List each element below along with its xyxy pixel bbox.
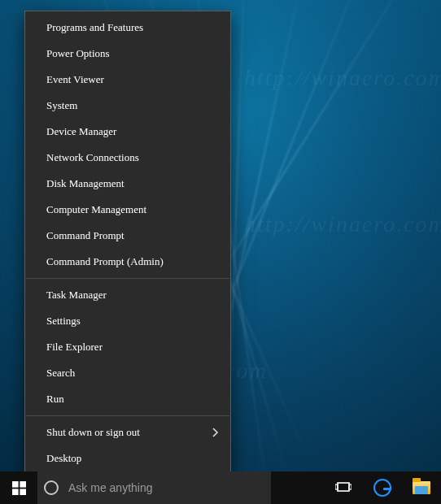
winx-item-label: Settings bbox=[46, 315, 81, 328]
cortana-icon bbox=[44, 480, 59, 495]
winx-item-label: Search bbox=[46, 367, 75, 380]
winx-item-computer-management[interactable]: Computer Management bbox=[25, 197, 230, 223]
winx-item-desktop[interactable]: Desktop bbox=[25, 445, 230, 471]
winx-item-run[interactable]: Run bbox=[25, 386, 230, 412]
svg-rect-2 bbox=[12, 489, 19, 495]
file-explorer-button[interactable] bbox=[402, 471, 441, 504]
winx-item-label: Task Manager bbox=[46, 289, 107, 302]
winx-item-system[interactable]: System bbox=[25, 93, 230, 119]
winx-item-label: Event Viewer bbox=[46, 73, 104, 86]
winx-item-settings[interactable]: Settings bbox=[25, 308, 230, 334]
taskbar bbox=[0, 471, 441, 504]
start-icon bbox=[12, 481, 26, 495]
winx-item-shut-down-or-sign-out[interactable]: Shut down or sign out bbox=[25, 419, 230, 445]
winx-item-label: Desktop bbox=[46, 452, 81, 465]
winx-item-command-prompt-admin[interactable]: Command Prompt (Admin) bbox=[25, 249, 230, 275]
winx-item-label: Programs and Features bbox=[46, 21, 143, 34]
edge-icon bbox=[373, 479, 391, 497]
winx-item-label: Device Manager bbox=[46, 125, 116, 138]
menu-separator bbox=[26, 278, 229, 279]
winx-item-label: Command Prompt (Admin) bbox=[46, 255, 164, 268]
search-input[interactable] bbox=[67, 480, 266, 495]
winx-item-label: Shut down or sign out bbox=[46, 426, 140, 439]
svg-rect-4 bbox=[338, 483, 349, 491]
task-view-icon bbox=[335, 482, 351, 493]
winx-item-file-explorer[interactable]: File Explorer bbox=[25, 334, 230, 360]
winx-item-label: Computer Management bbox=[46, 203, 146, 216]
winx-item-label: System bbox=[46, 99, 77, 112]
winx-item-label: Run bbox=[46, 393, 64, 406]
svg-rect-6 bbox=[349, 484, 351, 489]
watermark-text: http://winaero.com bbox=[244, 211, 441, 237]
winx-item-device-manager[interactable]: Device Manager bbox=[25, 119, 230, 145]
svg-rect-3 bbox=[20, 489, 26, 495]
winx-item-event-viewer[interactable]: Event Viewer bbox=[25, 67, 230, 93]
svg-rect-0 bbox=[12, 481, 19, 488]
winx-item-label: Command Prompt bbox=[46, 229, 124, 242]
winx-item-disk-management[interactable]: Disk Management bbox=[25, 171, 230, 197]
svg-rect-1 bbox=[20, 481, 26, 488]
task-view-button[interactable] bbox=[324, 471, 363, 504]
winx-item-command-prompt[interactable]: Command Prompt bbox=[25, 223, 230, 249]
search-box[interactable] bbox=[37, 471, 271, 504]
chevron-right-icon bbox=[212, 428, 219, 437]
winx-item-label: Power Options bbox=[46, 47, 110, 60]
winx-item-power-options[interactable]: Power Options bbox=[25, 41, 230, 67]
winx-item-network-connections[interactable]: Network Connections bbox=[25, 145, 230, 171]
winx-item-programs-and-features[interactable]: Programs and Features bbox=[25, 15, 230, 41]
watermark-text: http://winaero.com bbox=[244, 65, 441, 91]
winx-item-search[interactable]: Search bbox=[25, 360, 230, 386]
winx-item-label: File Explorer bbox=[46, 341, 103, 354]
winx-item-label: Disk Management bbox=[46, 177, 124, 190]
menu-separator bbox=[26, 415, 229, 416]
svg-rect-5 bbox=[335, 484, 338, 489]
winx-item-task-manager[interactable]: Task Manager bbox=[25, 282, 230, 308]
winx-menu: Programs and FeaturesPower OptionsEvent … bbox=[24, 11, 231, 476]
start-button[interactable] bbox=[0, 471, 37, 504]
winx-item-label: Network Connections bbox=[46, 151, 139, 164]
edge-button[interactable] bbox=[363, 471, 402, 504]
file-explorer-icon bbox=[413, 481, 430, 494]
